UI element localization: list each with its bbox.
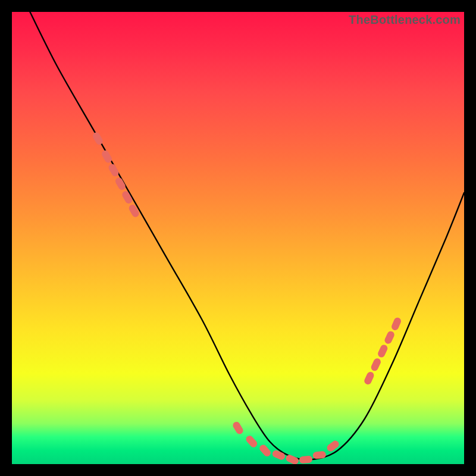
chart-overlay [12,12,464,464]
marker-pill [390,317,402,331]
highlighted-points [92,131,402,464]
chart-frame: TheBottleneck.com [12,12,464,464]
marker-pill [377,343,389,358]
marker-pill [370,357,382,372]
marker-pill [128,203,140,218]
marker-pill [312,451,326,459]
bottleneck-curve [30,12,464,460]
marker-pill [271,449,286,461]
marker-pill [107,162,120,177]
marker-pill [299,455,313,464]
marker-pill [363,371,375,386]
marker-pill [258,443,273,458]
marker-pill [384,330,396,345]
marker-pill [231,421,245,436]
watermark-text: TheBottleneck.com [349,13,461,27]
marker-pill [245,434,259,449]
